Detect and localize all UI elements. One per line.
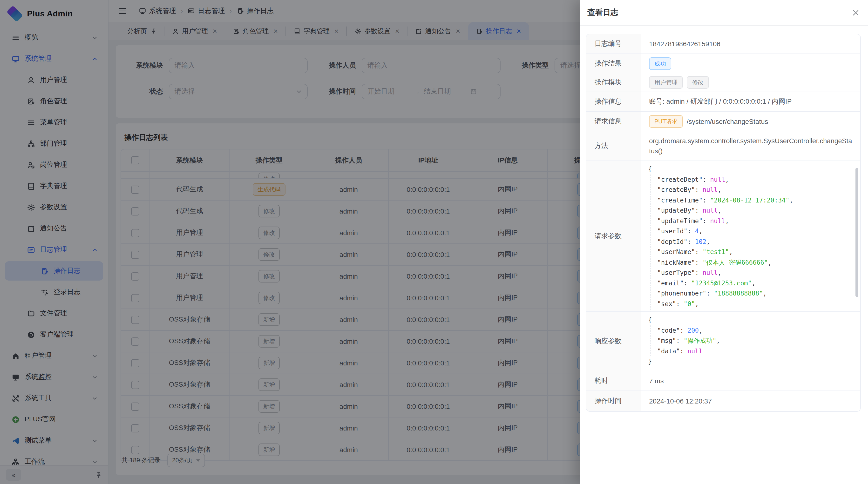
drawer-header: 查看日志 — [580, 0, 868, 26]
json-line: "code": 200, — [657, 325, 720, 335]
close-icon[interactable] — [852, 9, 859, 16]
request-params-value: {"createDept": null,"createBy": null,"cr… — [641, 161, 860, 312]
json-line: "nickName": "仅本人 密码666666", — [657, 257, 793, 267]
field-label-duration: 耗时 — [586, 371, 641, 390]
json-line: "userId": 4, — [657, 226, 793, 236]
http-method-tag: PUT请求 — [649, 115, 683, 128]
json-line: "userName": "test1", — [657, 247, 793, 257]
view-log-drawer: 查看日志 日志编号 1842781986426159106 操作结果 成功 操作… — [580, 0, 868, 484]
drawer-title: 查看日志 — [587, 7, 618, 18]
module-tag: 用户管理 — [649, 76, 683, 89]
field-value-log-id: 1842781986426159106 — [641, 34, 860, 54]
field-label-time: 操作时间 — [586, 390, 641, 411]
operation-type-tag: 修改 — [687, 76, 709, 89]
json-line: "userType": null, — [657, 267, 793, 278]
json-line: "data": null — [657, 346, 720, 356]
field-value-duration: 7 ms — [641, 371, 860, 390]
json-line: "phonenumber": "18888888888", — [657, 288, 793, 299]
response-params-json: {"code": 200,"msg": "操作成功","data": null} — [648, 315, 720, 366]
app-root: Plus Admin 概览系统管理用户管理角色管理菜单管理部门管理岗位管理字典管… — [0, 0, 868, 484]
json-line: "updateTime": null, — [657, 216, 793, 226]
field-value-info: 账号: admin / 研发部门 / 0:0:0:0:0:0:0:1 / 内网I… — [641, 92, 860, 111]
request-url: /system/user/changeStatus — [687, 118, 768, 125]
log-detail-table: 日志编号 1842781986426159106 操作结果 成功 操作模块 用户… — [586, 34, 861, 412]
field-label-response-params: 响应参数 — [586, 312, 641, 371]
json-line: "createTime": "2024-08-12 17:20:34", — [657, 195, 793, 205]
json-line: "status": "0", — [657, 309, 793, 312]
field-label-method: 方法 — [586, 131, 641, 161]
json-line: "sex": "0", — [657, 299, 793, 309]
status-badge: 成功 — [649, 57, 671, 70]
field-label-log-id: 日志编号 — [586, 34, 641, 54]
request-params-json: {"createDept": null,"createBy": null,"cr… — [648, 164, 793, 312]
field-label-result: 操作结果 — [586, 54, 641, 73]
json-line: "updateBy": null, — [657, 205, 793, 216]
json-line: "email": "12345@1253.com", — [657, 278, 793, 288]
field-label-request: 请求信息 — [586, 112, 641, 131]
json-line: "createDept": null, — [657, 174, 793, 185]
field-value-method: org.dromara.system.controller.system.Sys… — [641, 131, 860, 161]
json-line: "deptId": 102, — [657, 236, 793, 247]
scrollbar-thumb[interactable] — [856, 168, 858, 297]
field-label-module: 操作模块 — [586, 73, 641, 92]
field-label-request-params: 请求参数 — [586, 161, 641, 312]
response-params-value: {"code": 200,"msg": "操作成功","data": null} — [641, 312, 860, 371]
json-line: "createBy": null, — [657, 185, 793, 195]
field-label-info: 操作信息 — [586, 92, 641, 111]
json-line: "msg": "操作成功", — [657, 335, 720, 346]
field-value-time: 2024-10-06 12:20:37 — [641, 390, 860, 411]
